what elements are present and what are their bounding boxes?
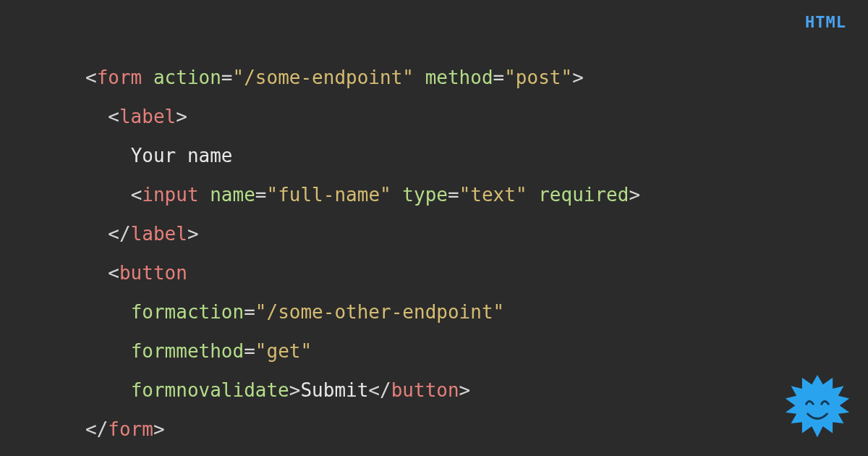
tag-button-open: button [119, 262, 187, 284]
val-type: "text" [459, 184, 527, 206]
attr-required: required [538, 184, 629, 206]
code-snippet-card: HTML <form action="/some-endpoint" metho… [0, 0, 868, 456]
attr-method: method [425, 67, 493, 88]
val-name: "full-name" [267, 184, 391, 206]
mascot-icon [783, 373, 852, 443]
val-formaction: "/some-other-endpoint" [255, 301, 504, 323]
attr-type: type [402, 184, 448, 206]
val-formmethod: "get" [255, 340, 312, 362]
language-badge: HTML [805, 13, 846, 31]
tag-input: input [142, 184, 198, 206]
tag-form-open: form [97, 67, 142, 88]
val-action: "/some-endpoint" [233, 67, 414, 88]
attr-name: name [210, 184, 255, 206]
tag-button-close: button [391, 379, 459, 401]
tag-form-close: form [108, 418, 153, 440]
attr-action: action [153, 67, 221, 88]
val-method: "post" [504, 67, 572, 88]
text-submit: Submit [300, 379, 368, 401]
attr-formmethod: formmethod [131, 340, 244, 362]
attr-formnovalidate: formnovalidate [131, 379, 289, 401]
svg-marker-0 [786, 375, 849, 437]
tag-label-close: label [131, 223, 187, 245]
tag-label-open: label [119, 106, 176, 127]
text-your-name: Your name [131, 145, 233, 166]
code-block: <form action="/some-endpoint" method="po… [0, 0, 868, 449]
attr-formaction: formaction [131, 301, 244, 323]
